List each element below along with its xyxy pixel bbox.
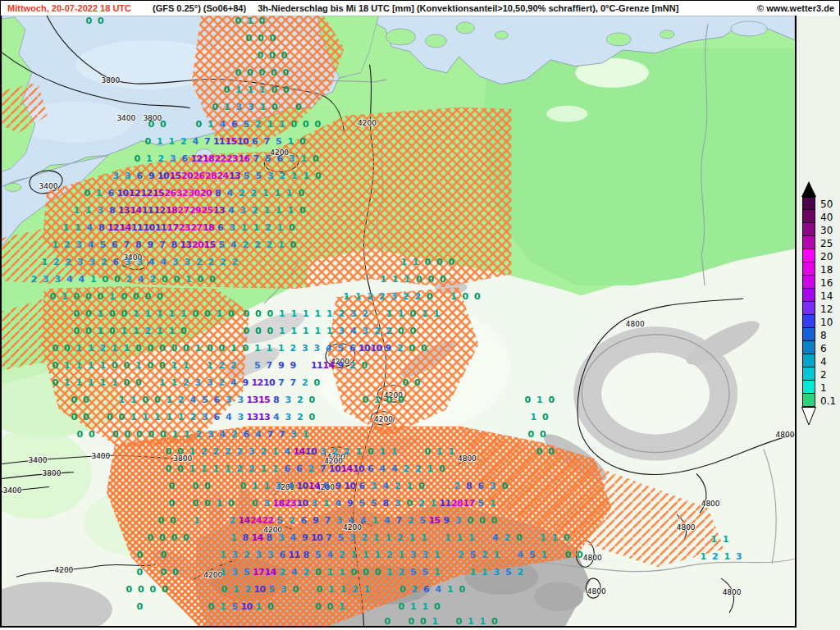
contour-label: 3400 <box>91 452 110 460</box>
legend-value: 12 <box>820 304 833 315</box>
legend-bottom-arrow-icon <box>801 407 816 427</box>
contour-label: 4800 <box>776 431 795 439</box>
contour-label: 4200 <box>331 358 349 366</box>
legend-swatch <box>802 354 815 368</box>
contour-label: 3400 <box>3 486 22 495</box>
contour-label: 4200 <box>374 415 393 423</box>
legend-row: 25 <box>801 236 839 249</box>
legend-value: 14 <box>820 290 833 302</box>
contour-label: 3400 <box>123 253 142 262</box>
legend-value: 6 <box>820 343 827 354</box>
contour-label: 4200 <box>263 526 282 534</box>
legend-panel: 50403025201816141210864210.1 <box>797 16 840 630</box>
legend-row: 10 <box>801 315 839 328</box>
legend-scale: 50403025201816141210864210.1 <box>801 197 839 407</box>
legend-value: 25 <box>820 238 833 249</box>
contour-label: 4200 <box>276 483 294 491</box>
contour-label: 3800 <box>143 114 162 122</box>
contour-label: 4800 <box>723 588 742 596</box>
contour-label: 4200 <box>384 391 403 399</box>
legend-row: 18 <box>801 262 839 276</box>
contour-label: 3400 <box>29 456 48 464</box>
contour-label: 3400 <box>116 114 135 122</box>
weather-map-page: Mittwoch, 20-07-2022 18 UTC (GFS 0.25°) … <box>0 0 840 630</box>
contour-label: 4200 <box>203 571 222 579</box>
legend-swatch <box>802 302 815 315</box>
contour-label: 3800 <box>173 454 192 463</box>
legend-swatch <box>802 394 815 407</box>
legend-row: 4 <box>801 354 839 368</box>
legend-row: 1 <box>801 381 839 394</box>
contour-label: 4200 <box>343 523 362 532</box>
legend-row: 2 <box>801 368 839 381</box>
legend-swatch <box>802 210 815 223</box>
legend-value: 40 <box>820 212 833 223</box>
contour-label: 4800 <box>677 523 696 532</box>
header-model: (GFS 0.25°) (So06+84) <box>153 3 246 13</box>
legend-swatch <box>802 315 815 328</box>
legend-row: 20 <box>801 249 839 262</box>
legend-row: 30 <box>801 223 839 236</box>
legend-value: 20 <box>820 251 833 262</box>
legend-swatch <box>802 289 815 302</box>
legend-value: 4 <box>820 356 827 368</box>
legend-value: 30 <box>820 225 833 236</box>
legend-swatch <box>802 223 815 236</box>
legend-row: 12 <box>801 302 839 315</box>
legend-value: 8 <box>820 330 827 341</box>
legend-row: 14 <box>801 289 839 302</box>
contour-label: 4800 <box>583 554 602 562</box>
legend-row: 0.1 <box>801 394 839 407</box>
contour-label: 4200 <box>54 566 73 574</box>
legend-top-arrow-icon <box>801 181 816 197</box>
legend-row: 8 <box>801 328 839 341</box>
map-canvas: 3800340038003400340042004200420042004200… <box>2 16 795 626</box>
legend-swatch <box>802 236 815 249</box>
header-date: Mittwoch, 20-07-2022 18 UTC <box>7 3 131 13</box>
legend-row: 16 <box>801 276 839 289</box>
contour-label: 4800 <box>458 454 477 463</box>
contour-label: 4200 <box>358 119 377 127</box>
legend-swatch <box>802 197 815 210</box>
contour-label: 3800 <box>43 469 62 477</box>
legend-swatch <box>802 341 815 354</box>
contour-label: 4800 <box>626 320 645 328</box>
weather-map: 3800340038003400340042004200420042004200… <box>0 16 797 628</box>
legend-value: 18 <box>820 264 833 276</box>
legend-value: 10 <box>820 317 833 328</box>
legend-value: 50 <box>820 199 833 210</box>
contour-label: 4800 <box>587 587 606 596</box>
legend-value: 1 <box>820 382 827 394</box>
legend-row: 50 <box>801 197 839 210</box>
legend-swatch <box>802 249 815 262</box>
legend-value: 16 <box>820 277 833 289</box>
legend-swatch <box>802 262 815 276</box>
contour-label: 4200 <box>270 148 289 157</box>
contour-label: 4800 <box>701 500 720 508</box>
legend-swatch <box>802 381 815 394</box>
contour-label: 4200 <box>316 483 335 491</box>
legend-row: 40 <box>801 210 839 223</box>
legend-swatch <box>802 328 815 341</box>
legend-value: 2 <box>820 369 827 381</box>
header-bar: Mittwoch, 20-07-2022 18 UTC (GFS 0.25°) … <box>0 0 840 16</box>
contour-label: 3800 <box>101 76 120 84</box>
legend-swatch <box>802 368 815 381</box>
header-title: 3h-Niederschlag bis Mi 18 UTC [mm] (Konv… <box>258 3 757 13</box>
legend-row: 6 <box>801 341 839 354</box>
legend-swatch <box>802 276 815 289</box>
precip-legend: 50403025201816141210864210.1 <box>801 181 839 427</box>
contour-label: 3400 <box>39 182 58 190</box>
contour-label: 4200 <box>324 457 343 465</box>
legend-value: 0.1 <box>820 395 836 407</box>
header-credit: © www.wetter3.de <box>757 3 834 13</box>
